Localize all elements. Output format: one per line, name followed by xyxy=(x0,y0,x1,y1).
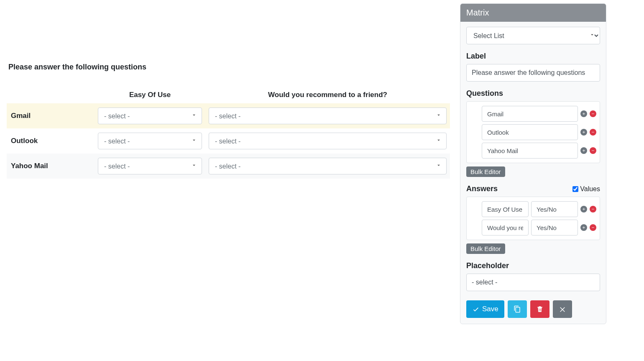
matrix-select[interactable]: - select - xyxy=(98,158,202,174)
plus-icon[interactable] xyxy=(580,129,587,136)
table-row: Yahoo Mail - select - - select - xyxy=(7,154,450,179)
table-row: Gmail - select - - select - xyxy=(7,103,450,128)
row-label: Outlook xyxy=(7,128,95,154)
placeholder-input[interactable] xyxy=(466,274,600,291)
minus-icon[interactable] xyxy=(590,110,596,117)
question-input[interactable] xyxy=(482,143,578,159)
field-type-select[interactable]: Select List xyxy=(466,27,600,44)
label-input[interactable] xyxy=(466,64,600,82)
placeholder-heading: Placeholder xyxy=(466,261,600,270)
answer-label-input[interactable] xyxy=(482,201,529,217)
question-input[interactable] xyxy=(482,124,578,140)
close-button[interactable] xyxy=(553,300,572,318)
save-button[interactable]: Save xyxy=(466,300,504,318)
answers-list xyxy=(466,197,600,240)
minus-icon[interactable] xyxy=(590,206,596,213)
column-header: Easy Of Use xyxy=(95,87,205,103)
close-icon xyxy=(559,305,566,313)
answer-label-input[interactable] xyxy=(482,220,529,236)
minus-icon[interactable] xyxy=(590,224,596,231)
column-header: Would you recommend to a friend? xyxy=(205,87,450,103)
properties-panel: Matrix Select List Label Questions xyxy=(460,3,606,324)
trash-icon xyxy=(536,305,544,313)
plus-icon[interactable] xyxy=(580,224,587,231)
copy-button[interactable] xyxy=(508,300,527,318)
bulk-editor-button[interactable]: Bulk Editor xyxy=(466,243,505,254)
panel-title: Matrix xyxy=(460,4,606,22)
values-checkbox[interactable] xyxy=(572,186,578,192)
minus-icon[interactable] xyxy=(590,129,596,136)
check-icon xyxy=(472,305,480,313)
plus-icon[interactable] xyxy=(580,206,587,213)
answer-value-input[interactable] xyxy=(531,201,578,217)
preview-area: Please answer the following questions Ea… xyxy=(0,0,457,361)
label-heading: Label xyxy=(466,52,600,61)
answers-heading: Answers Values xyxy=(466,184,600,193)
matrix-select[interactable]: - select - xyxy=(209,158,447,174)
matrix-table: Easy Of Use Would you recommend to a fri… xyxy=(7,87,450,179)
bulk-editor-button[interactable]: Bulk Editor xyxy=(466,166,505,177)
table-row: Outlook - select - - select - xyxy=(7,128,450,154)
matrix-title: Please answer the following questions xyxy=(7,63,450,72)
plus-icon[interactable] xyxy=(580,147,587,154)
answer-value-input[interactable] xyxy=(531,220,578,236)
minus-icon[interactable] xyxy=(590,147,596,154)
matrix-select[interactable]: - select - xyxy=(209,108,447,124)
questions-list xyxy=(466,101,600,163)
matrix-select[interactable]: - select - xyxy=(98,133,202,149)
plus-icon[interactable] xyxy=(580,110,587,117)
row-label: Gmail xyxy=(7,103,95,128)
values-checkbox-label[interactable]: Values xyxy=(572,185,600,193)
row-label: Yahoo Mail xyxy=(7,154,95,179)
matrix-select[interactable]: - select - xyxy=(98,108,202,124)
questions-heading: Questions xyxy=(466,89,600,98)
matrix-select[interactable]: - select - xyxy=(209,133,447,149)
copy-icon xyxy=(514,305,521,313)
delete-button[interactable] xyxy=(530,300,549,318)
question-input[interactable] xyxy=(482,106,578,122)
